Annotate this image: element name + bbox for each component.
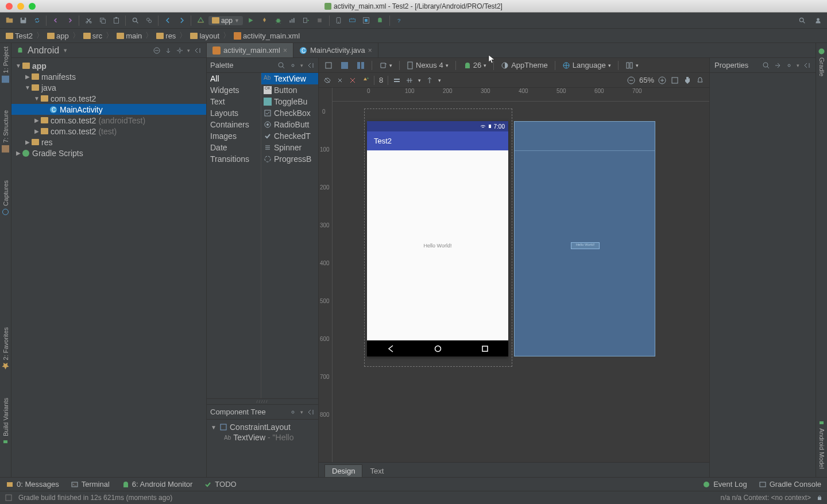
open-icon[interactable] [3, 15, 15, 26]
palette-category[interactable]: All [207, 73, 261, 84]
infer-constraints-icon[interactable]: + [361, 76, 369, 84]
search-icon[interactable] [762, 61, 770, 69]
palette-category[interactable]: Text [207, 96, 261, 107]
breadcrumb-item[interactable]: main [113, 32, 145, 40]
structure-tool-tab[interactable]: 7: Structure [2, 108, 9, 155]
account-icon[interactable] [812, 15, 824, 26]
hide-panel-icon[interactable] [194, 46, 202, 55]
editor-tab[interactable]: activity_main.xml × [207, 43, 293, 57]
hide-panel-icon[interactable] [803, 61, 811, 69]
palette-category[interactable]: Transitions [207, 153, 261, 165]
palette-item[interactable]: AbTextView [261, 73, 318, 84]
close-tab-icon[interactable]: × [283, 46, 287, 55]
status-icon[interactable] [5, 494, 13, 502]
palette-item[interactable]: CheckBox [261, 107, 318, 119]
visibility-icon[interactable] [323, 76, 331, 84]
avd-manager-icon[interactable] [333, 15, 345, 26]
build-icon[interactable] [195, 15, 206, 26]
api-selector[interactable]: 26▾ [462, 61, 488, 69]
find-icon[interactable] [129, 15, 141, 26]
palette-item[interactable]: ProgressB [261, 153, 318, 165]
redo-icon[interactable] [64, 15, 75, 26]
blueprint-preview[interactable]: Hello World! [514, 121, 655, 356]
toggle-view-icon[interactable] [774, 61, 782, 69]
tree-node-package[interactable]: ▶com.so.test2(androidTest) [11, 115, 206, 126]
palette-item[interactable]: OKButton [261, 84, 318, 96]
close-tab-icon[interactable]: × [368, 46, 372, 55]
tree-node-mainactivity[interactable]: CMainActivity [11, 104, 206, 115]
orientation-selector[interactable]: ▾ [378, 61, 393, 69]
breadcrumb-item[interactable]: activity_main.xml [230, 32, 303, 40]
hide-panel-icon[interactable] [307, 61, 315, 69]
tree-node-package[interactable]: ▼com.so.test2 [11, 93, 206, 104]
variant-selector[interactable]: ▾ [624, 61, 640, 69]
collapse-icon[interactable] [153, 46, 161, 55]
breadcrumb-item[interactable]: layout [187, 32, 223, 40]
minimize-window-button[interactable] [17, 3, 24, 10]
pack-icon[interactable] [393, 76, 401, 84]
android-monitor-tool-button[interactable]: 6: Android Monitor [121, 480, 193, 489]
tree-node-java[interactable]: ▼java [11, 82, 206, 93]
hide-panel-icon[interactable] [307, 408, 315, 416]
breadcrumb-item[interactable]: res [153, 32, 179, 40]
project-mode-selector[interactable]: Android [28, 45, 59, 56]
palette-category[interactable]: Containers [207, 119, 261, 130]
tree-node-package[interactable]: ▶com.so.test2(test) [11, 126, 206, 137]
palette-category[interactable]: Widgets [207, 84, 261, 96]
notifications-icon[interactable] [695, 76, 705, 85]
tree-node-gradle[interactable]: ▶Gradle Scripts [11, 148, 206, 158]
palette-category[interactable]: Date [207, 142, 261, 153]
zoom-fit-icon[interactable] [670, 76, 679, 85]
layout-inspector-icon[interactable] [361, 15, 372, 26]
back-icon[interactable] [162, 15, 173, 26]
todo-tool-button[interactable]: TODO [204, 480, 236, 489]
gradle-tool-tab[interactable]: Gradle [818, 45, 825, 79]
default-margin-value[interactable]: 8 [379, 76, 383, 84]
zoom-in-icon[interactable] [658, 76, 667, 85]
messages-tool-button[interactable]: 0: Messages [6, 480, 59, 489]
sync-icon[interactable] [31, 15, 42, 26]
gear-icon[interactable] [176, 46, 184, 55]
palette-category[interactable]: Images [207, 130, 261, 142]
lock-icon[interactable] [817, 495, 822, 501]
breadcrumb-item[interactable]: app [44, 32, 72, 40]
device-preview[interactable]: 7:00 Test2 Hello World! [367, 121, 508, 356]
android-model-tool-tab[interactable]: Android Model [818, 416, 825, 471]
clear-constraints-icon[interactable] [349, 76, 357, 84]
surface-select-icon[interactable] [323, 61, 334, 69]
breadcrumb-item[interactable]: src [80, 32, 106, 40]
captures-tool-tab[interactable]: Captures [2, 178, 9, 218]
terminal-tool-button[interactable]: >_Terminal [71, 480, 110, 489]
theme-selector[interactable]: AppTheme [500, 61, 549, 69]
language-selector[interactable]: Language▾ [561, 61, 612, 69]
editor-tab[interactable]: C MainActivity.java × [293, 43, 378, 57]
scroll-from-source-icon[interactable] [164, 46, 172, 55]
help-icon[interactable]: ? [393, 15, 405, 26]
tree-node-res[interactable]: ▶res [11, 137, 206, 148]
zoom-value[interactable]: 65% [639, 76, 654, 84]
palette-item[interactable]: RadioButt [261, 119, 318, 130]
search-icon[interactable] [277, 61, 285, 69]
surface-blueprint-icon[interactable] [355, 61, 366, 69]
favorites-tool-tab[interactable]: 2: Favorites [2, 325, 9, 372]
search-everywhere-icon[interactable] [796, 15, 807, 26]
maximize-window-button[interactable] [29, 3, 36, 10]
event-log-tool-button[interactable]: Event Log [702, 480, 747, 489]
autoconnect-icon[interactable] [336, 76, 344, 84]
surface-design-icon[interactable] [339, 61, 350, 69]
design-tab[interactable]: Design [324, 464, 362, 477]
paste-icon[interactable] [110, 15, 122, 26]
breadcrumb-item[interactable]: Test2 [2, 32, 36, 40]
android-icon[interactable] [374, 15, 386, 26]
cut-icon[interactable] [83, 15, 94, 26]
gear-icon[interactable] [289, 61, 297, 69]
profile-icon[interactable] [287, 15, 298, 26]
palette-item[interactable]: ToggleBu [261, 96, 318, 107]
save-icon[interactable] [17, 15, 29, 26]
apply-changes-icon[interactable] [259, 15, 270, 26]
component-tree-node[interactable]: Ab TextView - "Hello [210, 432, 318, 443]
tree-node-app[interactable]: ▼app [11, 60, 206, 71]
device-selector[interactable]: Nexus 4▾ [405, 61, 450, 69]
palette-item[interactable]: Spinner [261, 142, 318, 153]
run-config-selector[interactable]: app ▼ [208, 16, 243, 25]
